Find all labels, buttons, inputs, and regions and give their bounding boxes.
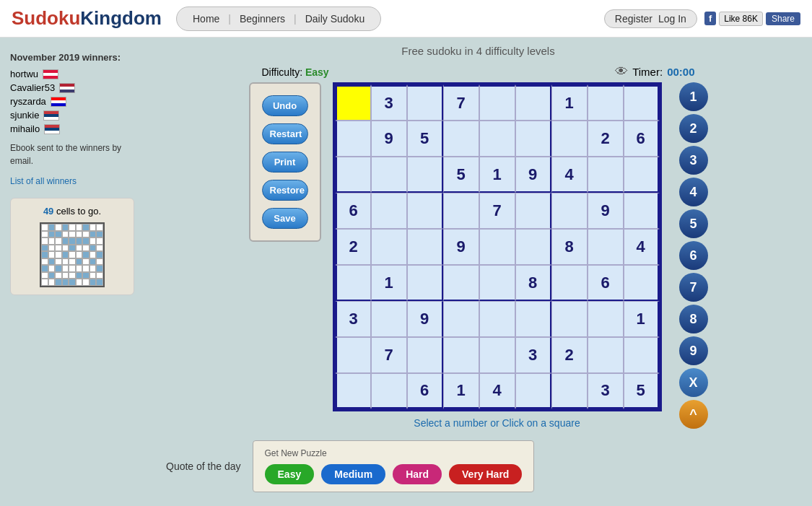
sudoku-cell[interactable] — [407, 193, 443, 229]
sudoku-cell[interactable]: 1 — [479, 157, 515, 193]
difficulty-easy-button[interactable]: Easy — [265, 464, 315, 484]
sudoku-cell[interactable] — [624, 193, 660, 229]
sudoku-cell[interactable] — [407, 157, 443, 193]
sudoku-cell[interactable]: 4 — [479, 373, 515, 409]
select-number-link[interactable]: Select a number — [414, 417, 487, 429]
sudoku-cell[interactable] — [371, 157, 407, 193]
sudoku-cell[interactable] — [335, 157, 371, 193]
sudoku-cell[interactable] — [551, 301, 588, 337]
clear-button[interactable]: X — [679, 368, 708, 397]
sudoku-cell[interactable] — [335, 84, 371, 121]
sudoku-cell[interactable] — [624, 157, 660, 193]
sudoku-cell[interactable]: 9 — [443, 229, 479, 265]
sudoku-cell[interactable] — [515, 229, 551, 265]
sudoku-cell[interactable] — [588, 337, 624, 373]
sudoku-cell[interactable] — [588, 229, 624, 265]
sudoku-cell[interactable]: 5 — [443, 157, 479, 193]
sudoku-cell[interactable] — [335, 265, 371, 301]
sudoku-cell[interactable] — [335, 373, 371, 409]
undo-button[interactable]: Undo — [262, 95, 308, 116]
sudoku-cell[interactable] — [515, 121, 551, 157]
sudoku-cell[interactable]: 9 — [515, 157, 551, 193]
sudoku-cell[interactable] — [624, 84, 660, 121]
sudoku-cell[interactable]: 8 — [515, 265, 551, 301]
restart-button[interactable]: Restart — [262, 123, 308, 144]
sudoku-cell[interactable] — [443, 265, 479, 301]
difficulty-hard-button[interactable]: Hard — [393, 464, 442, 484]
sudoku-cell[interactable] — [335, 337, 371, 373]
sudoku-cell[interactable] — [407, 265, 443, 301]
sudoku-cell[interactable]: 9 — [407, 301, 443, 337]
save-button[interactable]: Save — [262, 208, 308, 229]
num-btn-6[interactable]: 6 — [679, 241, 708, 270]
sudoku-cell[interactable]: 4 — [551, 157, 588, 193]
sudoku-cell[interactable]: 1 — [624, 301, 660, 337]
sudoku-cell[interactable] — [371, 373, 407, 409]
sudoku-cell[interactable]: 7 — [443, 84, 479, 121]
sudoku-cell[interactable]: 1 — [551, 84, 588, 121]
sudoku-cell[interactable] — [551, 121, 588, 157]
sudoku-cell[interactable] — [371, 229, 407, 265]
register-button[interactable]: Register — [615, 13, 652, 25]
nav-home[interactable]: Home — [184, 10, 228, 27]
num-btn-9[interactable]: 9 — [679, 336, 708, 365]
sudoku-cell[interactable]: 2 — [551, 337, 588, 373]
sudoku-cell[interactable] — [407, 229, 443, 265]
sudoku-cell[interactable] — [588, 301, 624, 337]
facebook-like-button[interactable]: Like 86K — [719, 12, 763, 26]
sudoku-cell[interactable]: 7 — [371, 337, 407, 373]
sudoku-cell[interactable] — [443, 301, 479, 337]
sudoku-cell[interactable] — [515, 84, 551, 121]
sudoku-cell[interactable] — [407, 84, 443, 121]
sudoku-cell[interactable]: 6 — [407, 373, 443, 409]
hint-button[interactable]: ^ — [679, 400, 708, 429]
sudoku-cell[interactable] — [479, 229, 515, 265]
sudoku-cell[interactable] — [479, 84, 515, 121]
sudoku-cell[interactable] — [335, 121, 371, 157]
sudoku-cell[interactable]: 3 — [515, 337, 551, 373]
print-button[interactable]: Print — [262, 152, 308, 173]
sudoku-cell[interactable] — [443, 121, 479, 157]
sudoku-cell[interactable]: 3 — [335, 301, 371, 337]
num-btn-7[interactable]: 7 — [679, 273, 708, 302]
sudoku-cell[interactable] — [479, 265, 515, 301]
sudoku-cell[interactable] — [443, 193, 479, 229]
sudoku-cell[interactable] — [515, 373, 551, 409]
difficulty-very-hard-button[interactable]: Very Hard — [449, 464, 522, 484]
sudoku-cell[interactable] — [371, 301, 407, 337]
difficulty-medium-button[interactable]: Medium — [321, 464, 385, 484]
nav-beginners[interactable]: Beginners — [231, 10, 294, 27]
sudoku-cell[interactable] — [588, 84, 624, 121]
sudoku-cell[interactable] — [515, 193, 551, 229]
sudoku-cell[interactable] — [515, 301, 551, 337]
sudoku-cell[interactable] — [588, 157, 624, 193]
sudoku-cell[interactable]: 5 — [624, 373, 660, 409]
facebook-share-button[interactable]: Share — [766, 12, 800, 25]
num-btn-1[interactable]: 1 — [679, 82, 708, 111]
sudoku-cell[interactable] — [407, 337, 443, 373]
sudoku-cell[interactable] — [551, 373, 588, 409]
nav-daily[interactable]: Daily Sudoku — [297, 10, 374, 27]
sudoku-cell[interactable] — [479, 121, 515, 157]
num-btn-5[interactable]: 5 — [679, 209, 708, 238]
sudoku-cell[interactable]: 6 — [624, 121, 660, 157]
sudoku-cell[interactable]: 2 — [588, 121, 624, 157]
sudoku-cell[interactable]: 2 — [335, 229, 371, 265]
sudoku-cell[interactable]: 1 — [371, 265, 407, 301]
num-btn-8[interactable]: 8 — [679, 305, 708, 333]
sudoku-cell[interactable] — [624, 265, 660, 301]
sudoku-cell[interactable]: 3 — [371, 84, 407, 121]
click-square-link[interactable]: Click on a square — [502, 417, 580, 429]
sudoku-cell[interactable]: 6 — [588, 265, 624, 301]
sudoku-cell[interactable]: 1 — [443, 373, 479, 409]
sudoku-cell[interactable]: 8 — [551, 229, 588, 265]
num-btn-4[interactable]: 4 — [679, 178, 708, 206]
sudoku-cell[interactable]: 6 — [335, 193, 371, 229]
all-winners-link[interactable]: List of all winners — [10, 176, 77, 186]
sudoku-cell[interactable]: 5 — [407, 121, 443, 157]
sudoku-cell[interactable]: 7 — [479, 193, 515, 229]
sudoku-cell[interactable]: 9 — [371, 121, 407, 157]
sudoku-cell[interactable] — [479, 301, 515, 337]
sudoku-cell[interactable] — [479, 337, 515, 373]
sudoku-cell[interactable]: 9 — [588, 193, 624, 229]
